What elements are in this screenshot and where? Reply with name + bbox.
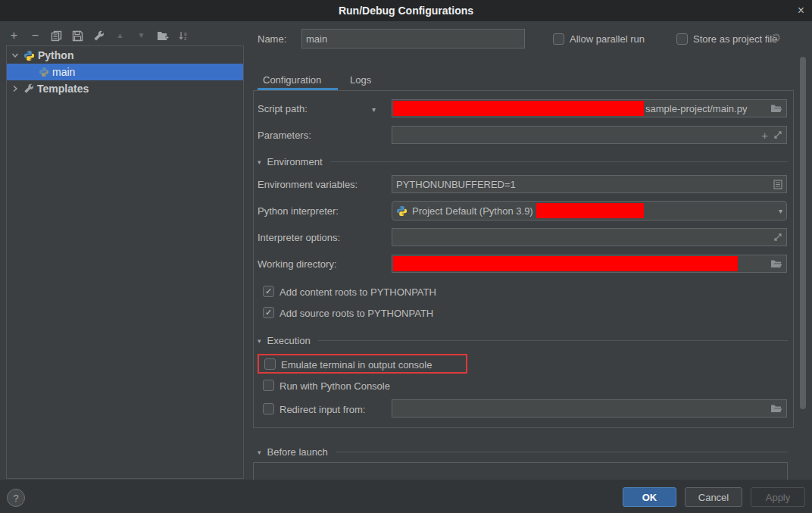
script-path-value: sample-project/main.py bbox=[645, 103, 747, 114]
redaction-bar bbox=[393, 256, 738, 271]
environment-section-header[interactable]: ▾ Environment bbox=[258, 156, 788, 167]
help-icon: ? bbox=[13, 493, 18, 504]
add-source-roots-checkbox[interactable] bbox=[263, 307, 274, 318]
working-directory-input[interactable] bbox=[392, 255, 787, 273]
gear-icon[interactable]: ⚙ bbox=[771, 31, 781, 45]
redaction-bar bbox=[393, 101, 644, 116]
add-content-roots-checkbox[interactable] bbox=[263, 286, 274, 297]
browse-folder-icon[interactable] bbox=[770, 259, 782, 269]
working-directory-label: Working directory: bbox=[258, 258, 337, 270]
environment-variables-input[interactable]: PYTHONUNBUFFERED=1 bbox=[392, 175, 787, 193]
move-up-icon[interactable]: ▲ bbox=[114, 29, 126, 42]
python-logo-icon bbox=[396, 205, 408, 217]
store-as-project-file-checkbox[interactable] bbox=[676, 33, 688, 45]
run-debug-configurations-dialog: Run/Debug Configurations × + − ▲ ▼ az bbox=[0, 0, 812, 513]
store-as-project-file-label: Store as project file bbox=[693, 33, 777, 45]
help-button[interactable]: ? bbox=[7, 489, 25, 507]
interpreter-dropdown-icon[interactable]: ▾ bbox=[779, 207, 782, 215]
chevron-right-icon[interactable] bbox=[7, 85, 23, 92]
interpreter-options-input[interactable] bbox=[392, 228, 787, 246]
tree-item-templates-label: Templates bbox=[37, 83, 89, 95]
python-logo-icon bbox=[23, 50, 35, 61]
dialog-title: Run/Debug Configurations bbox=[339, 5, 473, 17]
allow-parallel-run-checkbox[interactable] bbox=[553, 33, 564, 45]
collapse-triangle-icon[interactable]: ▾ bbox=[258, 449, 261, 456]
title-bar: Run/Debug Configurations × bbox=[0, 0, 812, 21]
emulate-terminal-label: Emulate terminal in output console bbox=[281, 359, 432, 371]
redirect-input-checkbox[interactable] bbox=[263, 403, 274, 414]
environment-variables-label: Environment variables: bbox=[258, 179, 358, 190]
redirect-input-label: Redirect input from: bbox=[280, 404, 365, 415]
allow-parallel-run-label: Allow parallel run bbox=[570, 33, 645, 45]
environment-variables-value: PYTHONUNBUFFERED=1 bbox=[396, 179, 516, 190]
python-interpreter-combobox[interactable]: Project Default (Python 3.9) ▾ bbox=[392, 201, 787, 221]
edit-variables-icon[interactable] bbox=[773, 180, 782, 189]
name-input[interactable]: main bbox=[301, 29, 525, 48]
python-interpreter-label: Python interpreter: bbox=[258, 205, 339, 217]
save-configuration-icon[interactable] bbox=[71, 29, 84, 42]
add-configuration-button[interactable]: + bbox=[8, 29, 20, 42]
run-python-console-checkbox[interactable] bbox=[263, 380, 274, 391]
interpreter-options-label: Interpreter options: bbox=[258, 232, 340, 243]
tree-item-python[interactable]: Python bbox=[7, 47, 243, 64]
apply-button[interactable]: Apply bbox=[751, 487, 805, 507]
insert-macro-plus-icon[interactable]: + bbox=[761, 129, 768, 142]
redirect-input-file-input[interactable] bbox=[392, 399, 787, 418]
section-divider bbox=[318, 340, 788, 341]
edit-templates-icon[interactable] bbox=[92, 29, 105, 42]
python-file-icon bbox=[39, 67, 49, 77]
tree-item-templates[interactable]: Templates bbox=[7, 80, 243, 97]
parameters-label: Parameters: bbox=[258, 130, 311, 141]
expand-field-icon[interactable] bbox=[773, 233, 782, 242]
section-divider bbox=[330, 161, 788, 162]
tree-item-python-label: Python bbox=[38, 49, 73, 61]
collapse-triangle-icon[interactable]: ▾ bbox=[258, 337, 261, 345]
parameters-input[interactable]: + bbox=[392, 126, 787, 144]
add-content-roots-label: Add content roots to PYTHONPATH bbox=[280, 286, 436, 298]
svg-text:z: z bbox=[184, 36, 186, 41]
execution-section-header[interactable]: ▾ Execution bbox=[258, 335, 788, 346]
tree-item-main[interactable]: main bbox=[7, 64, 243, 80]
new-folder-icon[interactable] bbox=[156, 29, 169, 42]
ok-button[interactable]: OK bbox=[623, 487, 676, 507]
tab-configuration[interactable]: Configuration bbox=[263, 74, 321, 86]
before-launch-section-header[interactable]: ▾ Before launch bbox=[258, 446, 788, 458]
tree-item-main-label: main bbox=[52, 66, 75, 78]
name-value: main bbox=[306, 33, 327, 45]
python-interpreter-value: Project Default (Python 3.9) bbox=[412, 205, 533, 217]
browse-folder-icon[interactable] bbox=[770, 104, 782, 114]
script-path-input[interactable]: sample-project/main.py bbox=[392, 99, 787, 117]
expand-field-icon[interactable] bbox=[773, 130, 782, 139]
redaction-bar bbox=[536, 203, 644, 218]
name-label: Name: bbox=[258, 33, 286, 45]
tab-logs[interactable]: Logs bbox=[350, 74, 371, 86]
copy-configuration-icon[interactable] bbox=[50, 29, 63, 42]
sort-configurations-icon[interactable]: az bbox=[177, 29, 190, 42]
section-divider bbox=[336, 452, 788, 452]
remove-configuration-button[interactable]: − bbox=[29, 29, 42, 42]
collapse-triangle-icon[interactable]: ▾ bbox=[258, 158, 261, 166]
before-launch-section-label: Before launch bbox=[267, 446, 328, 458]
run-python-console-label: Run with Python Console bbox=[280, 380, 390, 392]
environment-section-label: Environment bbox=[267, 156, 323, 167]
templates-wrench-icon bbox=[23, 83, 34, 94]
add-source-roots-label: Add source roots to PYTHONPATH bbox=[280, 308, 433, 319]
before-launch-task-list[interactable] bbox=[253, 462, 788, 480]
vertical-scrollbar[interactable] bbox=[800, 57, 806, 409]
close-icon[interactable]: × bbox=[798, 3, 804, 18]
move-down-icon[interactable]: ▼ bbox=[135, 29, 148, 42]
execution-section-label: Execution bbox=[267, 335, 311, 346]
configurations-toolbar: + − ▲ ▼ az bbox=[8, 27, 190, 44]
configurations-tree: Python main Templates bbox=[6, 45, 244, 479]
browse-folder-icon[interactable] bbox=[770, 404, 782, 414]
chevron-down-icon[interactable] bbox=[7, 52, 23, 58]
script-path-chevron-icon[interactable]: ▾ bbox=[372, 105, 376, 114]
emulate-terminal-checkbox[interactable] bbox=[264, 358, 276, 370]
cancel-button[interactable]: Cancel bbox=[685, 487, 742, 507]
script-path-label: Script path: bbox=[258, 103, 308, 114]
